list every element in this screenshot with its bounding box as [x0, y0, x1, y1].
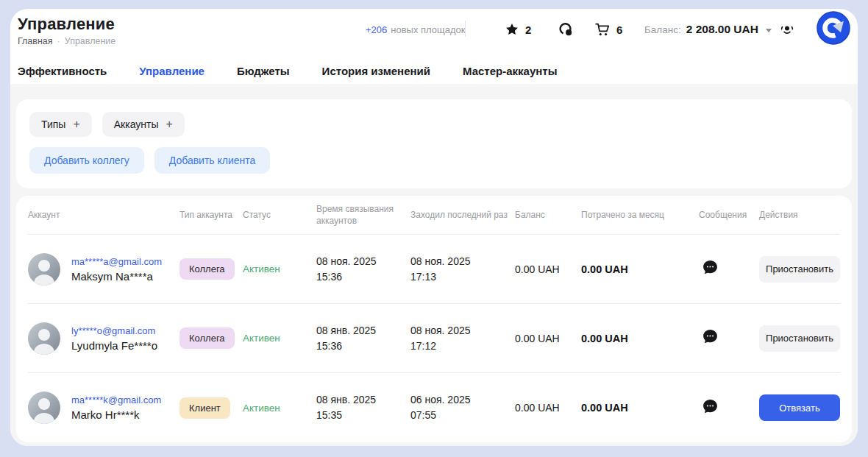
spent-cell: 0.00 UAH: [581, 402, 699, 414]
suspend-button[interactable]: Приостановить: [759, 325, 840, 352]
account-type-badge: Клиент: [179, 397, 230, 419]
avatar: [28, 253, 60, 286]
suspend-button[interactable]: Приостановить: [759, 256, 840, 283]
linked-time-cell: 08 янв. 202515:36: [316, 323, 410, 354]
spent-cell: 0.00 UAH: [581, 333, 699, 344]
messages-icon: [558, 21, 574, 38]
col-spent-month: Потрачено за месяц: [581, 209, 699, 221]
topbar-divider: [465, 21, 466, 37]
plus-icon: +: [73, 118, 79, 131]
status-label: Активен: [243, 403, 316, 414]
col-status: Статус: [243, 209, 316, 221]
breadcrumb-current: Управление: [65, 36, 116, 46]
notifications-icon: [778, 21, 796, 38]
cart-count: 6: [616, 24, 622, 36]
types-filter-button[interactable]: Типы +: [29, 112, 92, 137]
col-messages: Сообщения: [699, 209, 759, 221]
new-sites-count: +206: [366, 24, 387, 35]
col-last-seen: Заходил последний раз: [410, 209, 515, 221]
last-seen-cell: 08 ноя. 202517:13: [410, 254, 515, 285]
content-area: Типы + Аккаунты + Добавить коллегу Добав…: [10, 84, 858, 446]
tab-budgets[interactable]: Бюджеты: [237, 65, 290, 86]
avatar: [28, 392, 60, 424]
main-window: Управление Главная·Управление +206 новых…: [10, 9, 858, 446]
message-icon[interactable]: [702, 398, 719, 416]
cart-icon: [594, 21, 611, 38]
account-type-badge: Коллега: [179, 258, 235, 280]
col-linked-time: Время связывания аккаунтов: [316, 203, 410, 227]
linked-time-cell: 08 ноя. 202515:36: [316, 254, 410, 285]
col-account: Аккаунт: [28, 209, 179, 221]
breadcrumb: Главная·Управление: [18, 36, 115, 46]
account-type-badge: Коллега: [179, 327, 235, 349]
app-logo[interactable]: [817, 11, 850, 45]
notifications-button[interactable]: [778, 21, 796, 38]
balance-cell: 0.00 UAH: [515, 263, 581, 275]
new-sites-link[interactable]: +206 новых площадок: [366, 21, 466, 38]
table-header-row: Аккаунт Тип аккаунта Статус Время связыв…: [28, 196, 840, 235]
account-name: Maksym Na****a: [71, 270, 162, 283]
accounts-filter-button[interactable]: Аккаунты +: [102, 112, 185, 137]
add-client-button[interactable]: Добавить клиента: [154, 147, 271, 174]
account-name: Marko Hr****k: [71, 408, 161, 421]
spent-cell: 0.00 UAH: [581, 263, 699, 275]
favorites-count: 2: [525, 24, 531, 36]
balance-cell: 0.00 UAH: [515, 402, 581, 414]
account-email[interactable]: ma*****a@gmail.com: [71, 256, 162, 267]
favorites-counter[interactable]: 2: [505, 21, 531, 38]
col-actions: Действия: [759, 209, 840, 221]
breadcrumb-separator: ·: [57, 36, 60, 46]
account-email[interactable]: ly*****o@gmail.com: [71, 325, 157, 336]
chevron-down-icon: [766, 29, 772, 32]
table-row: ly*****o@gmail.com Lyudmyla Fe****o Колл…: [28, 304, 840, 373]
types-filter-label: Типы: [41, 118, 65, 130]
status-label: Активен: [243, 263, 316, 274]
new-sites-label: новых площадок: [391, 24, 465, 35]
breadcrumb-home[interactable]: Главная: [18, 36, 53, 46]
balance-value: 2 208.00 UAH: [686, 23, 758, 36]
table-row: ma*****a@gmail.com Maksym Na****a Коллег…: [28, 235, 840, 304]
col-account-type: Тип аккаунта: [179, 209, 243, 221]
account-email[interactable]: ma*****k@gmail.com: [71, 394, 161, 405]
last-seen-cell: 08 ноя. 202517:12: [410, 323, 515, 354]
tab-effectiveness[interactable]: Эффективность: [18, 65, 107, 86]
filters-card: Типы + Аккаунты + Добавить коллегу Добав…: [16, 99, 852, 188]
messages-shortcut[interactable]: [558, 21, 574, 38]
balance-dropdown[interactable]: Баланс: 2 208.00 UAH: [644, 21, 772, 38]
cart-counter[interactable]: 6: [594, 21, 622, 38]
tab-bar: Эффективность Управление Бюджеты История…: [18, 65, 557, 86]
plus-icon: +: [166, 118, 172, 131]
accounts-table: Аккаунт Тип аккаунта Статус Время связыв…: [16, 196, 852, 442]
status-label: Активен: [243, 333, 316, 344]
tab-management[interactable]: Управление: [139, 65, 204, 86]
table-row: ma*****k@gmail.com Marko Hr****k Клиент …: [28, 373, 840, 442]
col-balance: Баланс: [515, 209, 581, 221]
tab-master-accounts[interactable]: Мастер-аккаунты: [463, 65, 557, 86]
tab-change-history[interactable]: История изменений: [322, 65, 430, 86]
avatar: [28, 322, 60, 355]
balance-cell: 0.00 UAH: [515, 333, 581, 344]
unlink-button[interactable]: Отвязать: [759, 394, 840, 421]
accounts-filter-label: Аккаунты: [114, 118, 159, 130]
message-icon[interactable]: [702, 328, 719, 346]
linked-time-cell: 08 янв. 202515:35: [316, 392, 410, 423]
message-icon[interactable]: [702, 259, 719, 277]
balance-label: Баланс:: [644, 24, 681, 35]
star-icon: [505, 22, 519, 37]
last-seen-cell: 06 ноя. 202507:55: [410, 392, 515, 423]
page-title: Управление: [18, 15, 115, 34]
account-name: Lyudmyla Fe****o: [71, 339, 157, 352]
add-colleague-button[interactable]: Добавить коллегу: [29, 147, 144, 174]
